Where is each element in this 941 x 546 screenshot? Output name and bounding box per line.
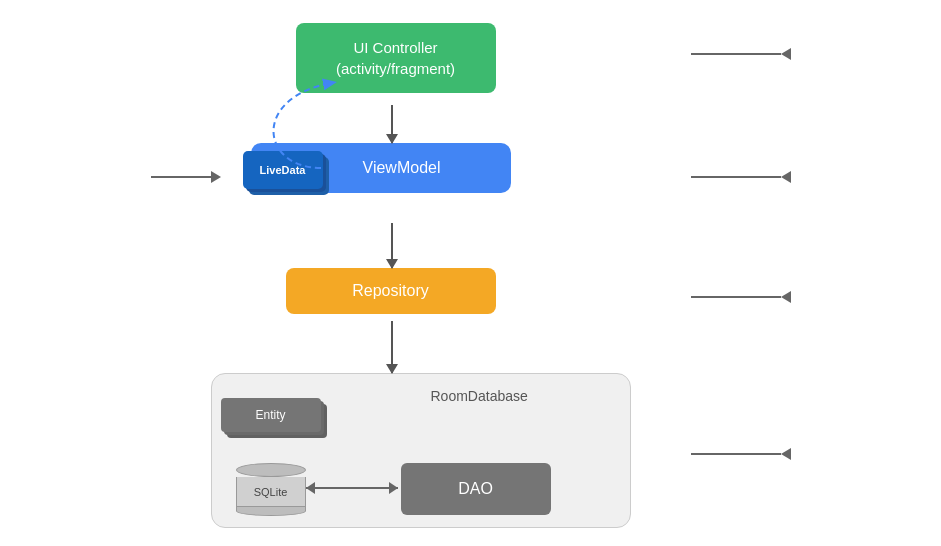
ui-controller-label-line1: UI Controller (314, 37, 478, 58)
architecture-diagram: UI Controller (activity/fragment) ViewMo… (121, 13, 821, 533)
arrow-to-ui-controller (691, 48, 791, 60)
dao-label: DAO (458, 480, 493, 498)
arrow-viewmodel-to-repo (391, 223, 393, 268)
arrow-head (211, 171, 221, 183)
arrow-head (781, 291, 791, 303)
arrow-line (691, 53, 781, 55)
arrow-to-viewmodel (691, 171, 791, 183)
dotted-observe-arrow (241, 68, 401, 178)
arrow-head (781, 171, 791, 183)
arrow-repo-to-roomdb (391, 321, 393, 373)
repository-label: Repository (352, 282, 428, 299)
arrow-to-repository (691, 291, 791, 303)
dao-box: DAO (401, 463, 551, 515)
arrow-line (691, 296, 781, 298)
arrow-v-line (391, 321, 393, 373)
arrow-to-roomdb (691, 448, 791, 460)
arrow-down-head (386, 364, 398, 374)
entity-label: Entity (255, 408, 285, 422)
arrow-v-line (391, 223, 393, 268)
arrow-from-left (151, 171, 221, 183)
sqlite-cylinder-bottom (236, 506, 306, 516)
arrow-line (691, 176, 781, 178)
sqlite-cylinder-top (236, 463, 306, 477)
arrow-down-head (386, 259, 398, 269)
arrow-line (691, 453, 781, 455)
sqlite-cylinder-body: SQLite (236, 477, 306, 507)
sqlite-label: SQLite (254, 486, 288, 498)
room-database-label: RoomDatabase (431, 388, 528, 404)
sqlite-box: SQLite (231, 463, 311, 523)
bidir-arrow-sqlite-dao (306, 487, 398, 489)
entity-card-front: Entity (221, 398, 321, 432)
arrow-line (151, 176, 211, 178)
arrow-head (781, 48, 791, 60)
arrow-head (781, 448, 791, 460)
repository-box: Repository (286, 268, 496, 314)
